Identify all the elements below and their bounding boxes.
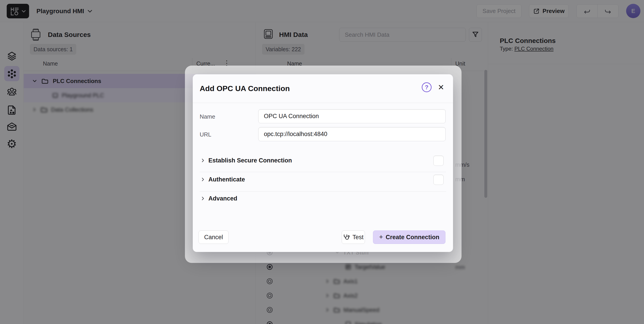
- name-field-label: Name: [200, 113, 215, 120]
- stethoscope-icon: [343, 234, 350, 240]
- url-field-label: URL: [200, 131, 211, 138]
- section-divider: [200, 172, 446, 172]
- dialog-header: Add OPC UA Connection ? ✕: [193, 74, 453, 103]
- close-icon: ✕: [438, 83, 444, 92]
- plus-icon: +: [379, 233, 383, 241]
- cancel-button[interactable]: Cancel: [198, 230, 228, 244]
- help-icon: ?: [425, 84, 428, 91]
- help-button[interactable]: ?: [422, 82, 432, 92]
- section-divider: [200, 191, 446, 192]
- name-input[interactable]: [258, 109, 446, 123]
- add-opc-ua-connection-dialog: Add OPC UA Connection ? ✕ Name URL Estab…: [193, 74, 453, 252]
- create-connection-button[interactable]: + Create Connection: [373, 230, 446, 244]
- close-button[interactable]: ✕: [438, 83, 444, 92]
- section-secure-connection[interactable]: Establish Secure Connection: [208, 157, 292, 164]
- section-authenticate[interactable]: Authenticate: [208, 176, 245, 183]
- test-button[interactable]: Test: [342, 230, 365, 244]
- chevron-right-icon[interactable]: [200, 158, 205, 163]
- chevron-right-icon[interactable]: [200, 177, 205, 182]
- url-input[interactable]: [258, 127, 446, 141]
- create-connection-label: Create Connection: [386, 234, 440, 241]
- authenticate-checkbox[interactable]: [433, 175, 444, 185]
- secure-connection-checkbox[interactable]: [433, 156, 444, 166]
- chevron-right-icon[interactable]: [200, 196, 205, 201]
- dialog-title: Add OPC UA Connection: [200, 84, 290, 93]
- test-label: Test: [352, 234, 364, 241]
- section-advanced[interactable]: Advanced: [208, 195, 237, 202]
